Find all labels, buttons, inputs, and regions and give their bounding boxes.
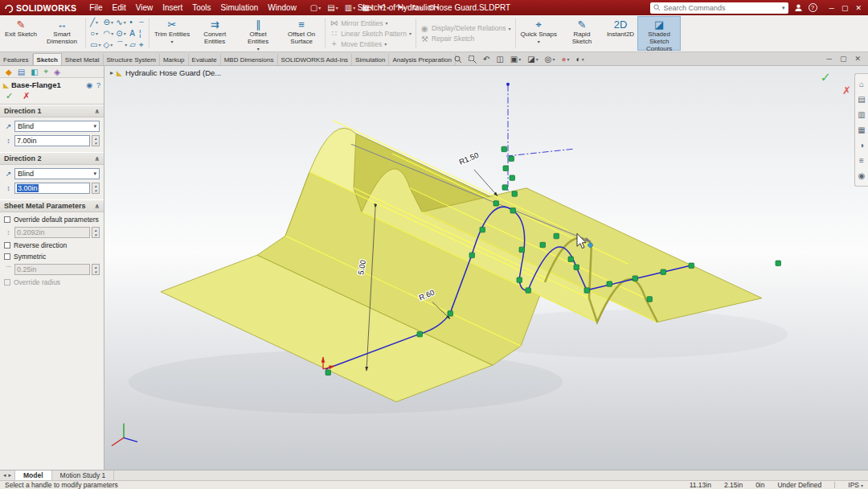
- search-input[interactable]: [664, 4, 779, 12]
- configurationmanager-tab[interactable]: ▤: [18, 68, 25, 76]
- maximize-button[interactable]: ▢: [841, 4, 849, 12]
- centerline-tool[interactable]: ┄: [139, 17, 145, 28]
- apply-scene-icon[interactable]: ◐▾: [576, 55, 584, 64]
- sketch-relation-marker[interactable]: [584, 288, 590, 293]
- quick-snaps-button[interactable]: ⌖Quick Snaps▾: [518, 16, 560, 51]
- sketch-relation-marker[interactable]: [574, 265, 579, 269]
- doc-minimize-button[interactable]: ─: [827, 55, 832, 63]
- sketch-relation-marker[interactable]: [633, 276, 638, 281]
- tab-sheet-metal[interactable]: Sheet Metal: [62, 54, 104, 65]
- sheet-metal-parameters-header[interactable]: Sheet Metal Parameters ∧: [0, 199, 104, 212]
- tab-solidworks-add-ins[interactable]: SOLIDWORKS Add-Ins: [278, 54, 353, 65]
- menu-item[interactable]: Simulation: [216, 2, 264, 14]
- tab-analysis-preparation[interactable]: Analysis Preparation: [389, 54, 455, 65]
- display-style-icon[interactable]: ◪▾: [527, 55, 538, 64]
- move-entities-button[interactable]: +Move Entities▾: [330, 39, 411, 48]
- sketch-relation-marker[interactable]: [540, 242, 546, 247]
- spline-tool[interactable]: ∿▾: [116, 17, 127, 28]
- sketch-relation-marker[interactable]: [510, 175, 515, 180]
- sketch-relation-marker[interactable]: [517, 277, 522, 282]
- polygon-tool[interactable]: ◇▾: [103, 39, 113, 51]
- exit-sketch-button[interactable]: ✎ Exit Sketch: [2, 16, 40, 51]
- sketch-relation-marker[interactable]: [554, 233, 559, 238]
- direction1-section-header[interactable]: Direction 1 ∧: [0, 105, 104, 117]
- sketch-relation-marker[interactable]: [689, 263, 694, 268]
- override-default-parameters-checkbox[interactable]: [4, 216, 10, 223]
- tab-scroll-left-icon[interactable]: ◂: [3, 472, 6, 479]
- search-dropdown-icon[interactable]: ▾: [782, 5, 785, 11]
- menu-item[interactable]: Window: [263, 2, 301, 14]
- ok-button[interactable]: ✓: [6, 91, 13, 101]
- sketch-relation-marker[interactable]: [503, 166, 509, 171]
- offset-on-surface-button[interactable]: ≡Offset On Surface: [280, 16, 323, 51]
- user-account-icon[interactable]: [794, 3, 803, 12]
- sketch-relation-marker[interactable]: [509, 156, 514, 161]
- markup-manager-tab[interactable]: ◈: [54, 68, 60, 76]
- file-explorer-icon[interactable]: ▥: [858, 110, 865, 119]
- new-document-button[interactable]: ▢▾: [308, 3, 323, 12]
- zoom-to-area-icon[interactable]: [469, 55, 477, 64]
- line-tool[interactable]: ╱▾: [90, 17, 100, 28]
- feature-tree-flyout[interactable]: ▸ ◣ Hydraulic Hose Guard (De...: [110, 68, 221, 77]
- instant2d-button[interactable]: 2DInstant2D: [604, 16, 637, 51]
- construction-geometry-tool[interactable]: ¦: [139, 28, 145, 39]
- text-tool[interactable]: A: [129, 28, 137, 39]
- save-button[interactable]: ▥▾: [342, 3, 358, 12]
- design-library-icon[interactable]: ▤: [858, 95, 865, 104]
- tree-expand-icon[interactable]: ▸: [110, 69, 113, 76]
- direction1-end-condition-dropdown[interactable]: Blind ▾: [14, 121, 100, 132]
- arc-tool[interactable]: ◠▾: [103, 28, 113, 39]
- print-button[interactable]: ▦▾: [359, 3, 375, 12]
- sketch-relation-marker[interactable]: [519, 247, 525, 252]
- ellipse-tool[interactable]: ⊙▾: [116, 28, 127, 39]
- undo-button[interactable]: ↶▾: [377, 3, 391, 12]
- sketch-relation-marker[interactable]: [417, 331, 423, 336]
- offset-entities-button[interactable]: ∥Offset Entities▾: [236, 16, 280, 51]
- direction1-depth-field[interactable]: 7.00in: [14, 135, 90, 146]
- menu-item[interactable]: Insert: [158, 2, 187, 14]
- hide-show-items-icon[interactable]: ◎▾: [545, 55, 555, 64]
- direction2-section-header[interactable]: Direction 2 ∧: [0, 152, 104, 165]
- sketch-relation-marker[interactable]: [502, 185, 508, 190]
- slot-tool[interactable]: ⊖▾: [103, 17, 113, 28]
- displaymanager-tab[interactable]: ◧: [31, 68, 38, 76]
- confirmation-ok-button[interactable]: ✓: [821, 70, 831, 85]
- fillet-tool[interactable]: ⌒▾: [116, 39, 127, 51]
- reverse-direction1-icon[interactable]: ↗: [4, 122, 13, 130]
- circle-tool[interactable]: ○▾: [90, 28, 100, 39]
- diagonal-centerline[interactable]: [506, 149, 574, 156]
- motion-study-tab[interactable]: Motion Study 1: [52, 471, 115, 480]
- sketch-relation-marker[interactable]: [326, 370, 331, 375]
- sketch-relation-marker[interactable]: [526, 288, 531, 293]
- pm-help-icon[interactable]: ?: [96, 81, 100, 89]
- zoom-to-fit-icon[interactable]: [454, 55, 462, 64]
- sketch-relation-marker[interactable]: [776, 261, 781, 265]
- doc-close-button[interactable]: ✕: [854, 55, 861, 63]
- tab-structure-system[interactable]: Structure System: [104, 54, 160, 65]
- model-tab[interactable]: Model: [15, 471, 52, 480]
- plane-tool[interactable]: ▱: [129, 39, 137, 51]
- snap-tool[interactable]: ⌖: [139, 39, 145, 51]
- direction1-depth-spinner[interactable]: ▴▾: [92, 135, 100, 146]
- direction2-depth-spinner[interactable]: ▴▾: [92, 183, 100, 194]
- redo-button[interactable]: ↷▾: [393, 3, 407, 12]
- direction2-depth-field[interactable]: 3.00in: [14, 183, 90, 194]
- tab-scroll-right-icon[interactable]: ▸: [9, 472, 12, 479]
- sketch-relation-marker[interactable]: [512, 191, 518, 196]
- trim-entities-button[interactable]: ✂Trim Entities▾: [151, 16, 193, 51]
- appearances-icon[interactable]: ◑: [859, 141, 864, 150]
- tab-simulation[interactable]: Simulation: [352, 54, 389, 65]
- smart-dimension-button[interactable]: ↔ Smart Dimension: [40, 16, 84, 51]
- sketch-relation-marker[interactable]: [510, 208, 516, 213]
- point-tool[interactable]: •: [129, 17, 137, 28]
- help-icon[interactable]: ?: [809, 3, 817, 12]
- sketch-relation-marker[interactable]: [607, 281, 612, 286]
- view-palette-icon[interactable]: ▦: [858, 125, 865, 134]
- home-icon[interactable]: ⌂: [859, 80, 864, 88]
- sketch-relation-marker[interactable]: [493, 201, 499, 206]
- cancel-button[interactable]: ✗: [23, 91, 30, 101]
- symmetric-checkbox[interactable]: [4, 253, 10, 260]
- radius-top-dimension-text[interactable]: R1.50: [457, 150, 480, 166]
- previous-view-icon[interactable]: ↶: [483, 55, 489, 64]
- reverse-direction2-icon[interactable]: ↗: [4, 170, 13, 178]
